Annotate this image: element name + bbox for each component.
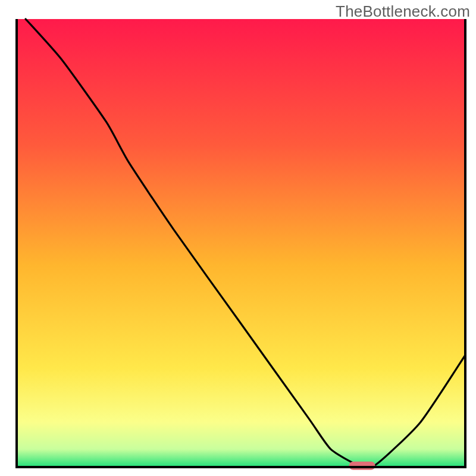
optimal-marker [349,462,375,470]
bottleneck-chart: TheBottleneck.com [0,0,476,476]
chart-svg [0,0,476,476]
watermark-text: TheBottleneck.com [336,2,470,21]
gradient-background [17,19,465,467]
